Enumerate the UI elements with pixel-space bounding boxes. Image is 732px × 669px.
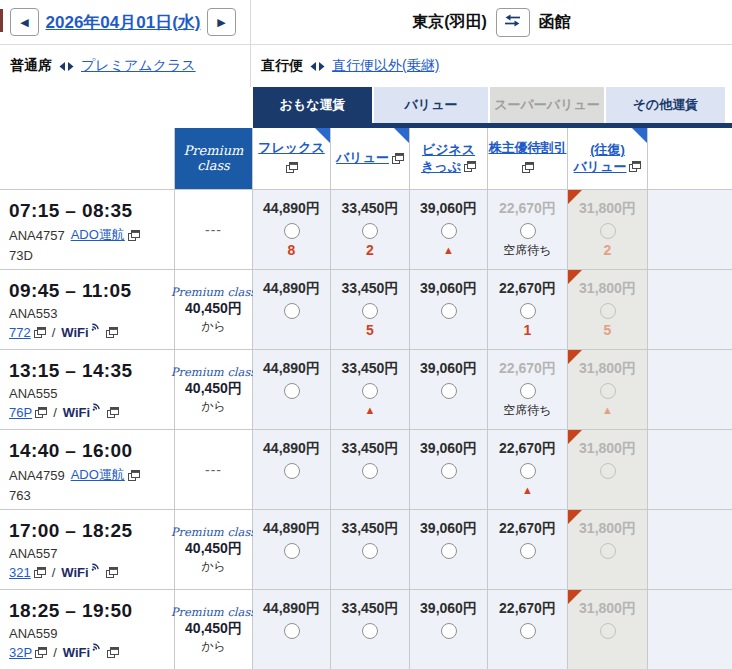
flight-cell-2: 09:45 – 11:05ANA553772/WiFi bbox=[0, 270, 175, 350]
fare-radio[interactable] bbox=[520, 623, 536, 639]
fare-radio[interactable] bbox=[362, 543, 378, 559]
cabin-filter: 普通席 プレミアムクラス bbox=[0, 45, 250, 87]
fare-cell-shareholder-discount-2: 22,670円1 bbox=[488, 270, 568, 350]
fare-radio[interactable] bbox=[362, 383, 378, 399]
fare-column-header-business-ticket: ビジネスきっぷ bbox=[410, 128, 488, 190]
fare-radio[interactable] bbox=[362, 463, 378, 479]
fare-radio[interactable] bbox=[520, 303, 536, 319]
aircraft-link[interactable]: 76P bbox=[9, 405, 32, 420]
fare-radio[interactable] bbox=[284, 383, 300, 399]
fare-cell-roundtrip-value-2: 31,800円5 bbox=[568, 270, 648, 350]
fare-radio[interactable] bbox=[362, 623, 378, 639]
flight-cell-6: 18:25 – 19:50ANA55932P/WiFi bbox=[0, 590, 175, 669]
premium-price: 40,450円 bbox=[185, 540, 242, 558]
fare-cell-business-ticket-4: 39,060円 bbox=[410, 430, 488, 510]
fare-column-link-business-ticket[interactable]: きっぷ bbox=[421, 159, 461, 175]
left-right-arrows-icon bbox=[59, 57, 74, 75]
cabin-switch-link[interactable]: プレミアムクラス bbox=[81, 57, 196, 75]
new-window-icon bbox=[35, 647, 47, 658]
new-window-icon bbox=[34, 327, 46, 338]
fare-radio[interactable] bbox=[441, 223, 457, 239]
fare-cell-roundtrip-value-1: 31,800円2 bbox=[568, 190, 648, 270]
fare-radio[interactable] bbox=[284, 623, 300, 639]
fare-column-link-flex[interactable]: フレックス bbox=[258, 140, 325, 156]
fare-radio[interactable] bbox=[520, 223, 536, 239]
fare-column-link-shareholder-discount[interactable]: 株主優待割引 bbox=[489, 140, 567, 156]
fare-column-header-roundtrip-value: (往復)バリュー bbox=[568, 128, 648, 190]
fare-cell-value-3: 33,450円▲ bbox=[331, 350, 410, 430]
fare-column-link-roundtrip-value[interactable]: (往復) bbox=[590, 142, 625, 158]
fare-radio[interactable] bbox=[284, 543, 300, 559]
fare-cell-roundtrip-value-5: 31,800円 bbox=[568, 510, 648, 590]
fare-radio[interactable] bbox=[441, 383, 457, 399]
fare-radio[interactable] bbox=[362, 223, 378, 239]
fare-price: 22,670円 bbox=[499, 440, 556, 458]
fare-tab-2[interactable]: バリュー bbox=[374, 87, 488, 123]
new-window-icon bbox=[286, 162, 298, 173]
fare-cell-business-ticket-6: 39,060円 bbox=[410, 590, 488, 669]
destination-city: 函館 bbox=[539, 12, 571, 33]
premium-price-suffix: から bbox=[201, 558, 226, 575]
fare-cell-value-2: 33,450円5 bbox=[331, 270, 410, 350]
fare-column-link-business-ticket[interactable]: ビジネス bbox=[422, 142, 475, 158]
premium-class-label: Premium class bbox=[171, 285, 256, 299]
premium-not-available: --- bbox=[205, 222, 222, 238]
aircraft-link[interactable]: 32P bbox=[9, 645, 32, 660]
fare-cell-roundtrip-value-3: 31,800円▲ bbox=[568, 350, 648, 430]
prev-date-button[interactable]: ◀ bbox=[10, 8, 39, 36]
fare-cell-flex-5: 44,890円 bbox=[253, 510, 331, 590]
seat-status: 空席待ち bbox=[503, 242, 551, 259]
fare-column-link-roundtrip-value[interactable]: バリュー bbox=[574, 159, 627, 175]
swap-route-icon bbox=[504, 13, 521, 31]
fare-tab-4[interactable]: その他運賃 bbox=[606, 87, 725, 123]
fare-price: 33,450円 bbox=[342, 360, 399, 378]
fare-radio[interactable] bbox=[520, 463, 536, 479]
fare-cell-roundtrip-value-6: 31,800円 bbox=[568, 590, 648, 669]
aircraft-type: 763 bbox=[9, 488, 31, 503]
fare-price: 33,450円 bbox=[342, 440, 399, 458]
wifi-label: WiFi bbox=[63, 405, 101, 420]
premium-price: 40,450円 bbox=[185, 620, 242, 638]
operator-link[interactable]: ADO運航 bbox=[71, 226, 125, 244]
seat-status: ▲ bbox=[522, 482, 533, 501]
seat-status: 2 bbox=[604, 242, 612, 259]
aircraft-link[interactable]: 772 bbox=[9, 325, 31, 340]
direct-switch-link[interactable]: 直行便以外(乗継) bbox=[332, 57, 439, 75]
aircraft-type: 73D bbox=[9, 248, 33, 263]
seat-status: ▲ bbox=[443, 242, 454, 261]
fare-column-link-value[interactable]: バリュー bbox=[336, 150, 389, 166]
premium-cell-4: --- bbox=[175, 430, 253, 510]
operator-link[interactable]: ADO運航 bbox=[71, 466, 125, 484]
fare-radio[interactable] bbox=[441, 623, 457, 639]
premium-cell-1: --- bbox=[175, 190, 253, 270]
fare-price: 39,060円 bbox=[420, 200, 477, 218]
aircraft-link[interactable]: 321 bbox=[9, 565, 31, 580]
fare-radio[interactable] bbox=[362, 303, 378, 319]
fare-cell-flex-4: 44,890円 bbox=[253, 430, 331, 510]
fare-radio[interactable] bbox=[441, 463, 457, 479]
fare-radio[interactable] bbox=[520, 543, 536, 559]
fare-radio[interactable] bbox=[284, 223, 300, 239]
flight-number: ANA553 bbox=[9, 306, 57, 321]
fare-price: 31,800円 bbox=[579, 600, 636, 618]
fare-price: 31,800円 bbox=[579, 200, 636, 218]
fare-price: 33,450円 bbox=[342, 520, 399, 538]
fare-tab-1[interactable]: おもな運賃 bbox=[253, 87, 372, 123]
fare-radio[interactable] bbox=[520, 383, 536, 399]
date-link[interactable]: 2026年04月01日(水) bbox=[46, 11, 201, 34]
prev-date-icon: ◀ bbox=[20, 16, 28, 29]
premium-cell-5: Premium class40,450円から bbox=[175, 510, 253, 590]
fare-radio[interactable] bbox=[284, 463, 300, 479]
fare-price: 31,800円 bbox=[579, 280, 636, 298]
table-header-filler bbox=[648, 128, 732, 190]
premium-price-suffix: から bbox=[201, 398, 226, 415]
fare-radio[interactable] bbox=[441, 543, 457, 559]
fare-price: 44,890円 bbox=[263, 440, 320, 458]
premium-cell-6: Premium class40,450円から bbox=[175, 590, 253, 669]
fare-radio[interactable] bbox=[441, 303, 457, 319]
filler-cell-5 bbox=[648, 510, 732, 590]
next-date-button[interactable]: ▶ bbox=[207, 8, 236, 36]
fare-radio[interactable] bbox=[284, 303, 300, 319]
flight-time: 07:15 – 08:35 bbox=[9, 200, 174, 222]
swap-route-button[interactable] bbox=[496, 8, 530, 37]
